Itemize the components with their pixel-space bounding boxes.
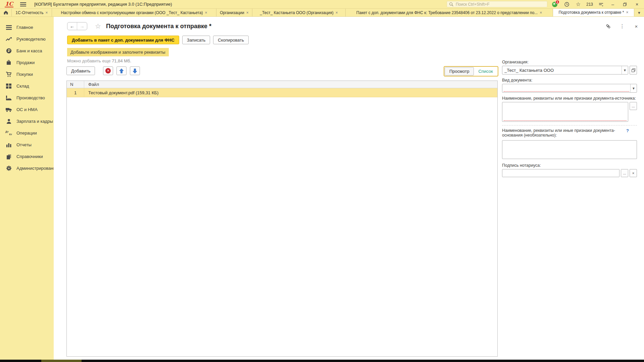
arrow-down-icon: [133, 68, 137, 73]
organization-input[interactable]: [502, 66, 622, 74]
tab-close-icon[interactable]: ×: [205, 10, 207, 15]
open-organization-button[interactable]: [630, 66, 637, 74]
source-document-field[interactable]: [502, 102, 628, 122]
1c-logo-icon: 1С: [5, 1, 13, 7]
document-kind-field[interactable]: ▼: [502, 84, 637, 93]
search-icon: [449, 2, 454, 7]
source-document-ellipsis-button[interactable]: ...: [630, 102, 637, 110]
organization-field[interactable]: ▼: [502, 66, 628, 74]
sidebar-item-warehouse[interactable]: Склад: [0, 80, 54, 92]
tab-close-icon[interactable]: ×: [336, 10, 338, 15]
source-document-textarea[interactable]: [502, 102, 628, 121]
forward-button[interactable]: →: [77, 22, 87, 30]
info-banner: Добавьте изображения и заполните реквизи…: [67, 48, 169, 56]
taskbar-strip: [0, 360, 644, 362]
tab-list-dropdown[interactable]: ▼: [634, 9, 644, 16]
notary-ellipsis-button[interactable]: ...: [621, 169, 628, 177]
view-preview-button[interactable]: Просмотр: [445, 67, 474, 75]
sidebar-item-production[interactable]: Производство: [0, 92, 54, 104]
help-icon[interactable]: ?: [626, 128, 629, 133]
table-row[interactable]: 1 Тестовый документ.pdf (159,31 КБ): [67, 88, 497, 97]
favorite-star-icon[interactable]: ☆: [95, 22, 101, 30]
tab-bar: 1С-Отчетность × Настройки обмена с контр…: [0, 9, 644, 17]
sidebar-item-salary-hr[interactable]: Зарплата и кадры: [0, 115, 54, 127]
close-window-button[interactable]: ×: [633, 1, 641, 8]
link-icon[interactable]: [605, 23, 611, 29]
chevron-down-icon[interactable]: ▼: [630, 84, 637, 92]
factory-icon: [5, 95, 12, 101]
gear-icon: [5, 165, 12, 171]
tab-close-icon[interactable]: ×: [246, 10, 249, 15]
base-document-label: Наименование, реквизиты или иные признак…: [502, 128, 622, 138]
sidebar-item-directories[interactable]: Справочники: [0, 151, 54, 162]
requisites-panel: Организация: ▼ Вид документа: ▼ Наименов: [502, 60, 637, 177]
sidebar-item-bank-cash[interactable]: Банк и касса: [0, 45, 54, 57]
view-list-button[interactable]: Список: [474, 67, 497, 75]
debit-credit-icon: ДтКт: [5, 130, 12, 136]
global-search[interactable]: [447, 1, 547, 7]
history-icon[interactable]: [563, 1, 570, 8]
copy-button[interactable]: Скопировать: [213, 36, 249, 44]
sidebar-item-sales[interactable]: Продажи: [0, 57, 54, 68]
base-document-textarea[interactable]: [502, 141, 637, 159]
sidebar-item-operations[interactable]: ДтКт Операции: [0, 127, 54, 139]
notary-signature-input[interactable]: [502, 169, 619, 177]
favorites-icon[interactable]: ☆: [575, 1, 582, 8]
notary-clear-button[interactable]: ×: [630, 169, 637, 177]
sidebar-item-os-nma[interactable]: ОС и НМА: [0, 104, 54, 115]
arrow-up-icon: [119, 68, 124, 73]
home-icon: [3, 10, 8, 15]
main-menu-icon[interactable]: [20, 2, 26, 6]
sidebar-item-administration[interactable]: Администрирование: [0, 162, 54, 174]
organization-label: Организация:: [502, 60, 637, 64]
shopping-bag-icon: [5, 60, 12, 66]
tab-organization-card[interactable]: _Тест_ Кастаньета ООО (Организация) ×: [252, 9, 346, 16]
column-header-n[interactable]: N: [67, 81, 84, 88]
service-menu-icon[interactable]: [598, 1, 604, 8]
tab-fns-package[interactable]: Пакет с доп. документами для ФНС к: Треб…: [346, 9, 553, 16]
source-document-label: Наименование, реквизиты или иные признак…: [502, 96, 637, 101]
close-form-icon[interactable]: ×: [633, 23, 639, 29]
file-list-panel: N Файл 1 Тестовый документ.pdf (159,31 К…: [66, 81, 498, 357]
sidebar-item-reports[interactable]: Отчеты: [0, 139, 54, 151]
tab-close-icon[interactable]: ×: [540, 10, 542, 15]
sidebar-item-main[interactable]: Главное: [0, 21, 54, 33]
chevron-down-icon[interactable]: ▼: [622, 66, 628, 74]
page-title: Подготовка документа к отправке *: [106, 23, 211, 30]
sidebar-item-purchases[interactable]: Покупки: [0, 68, 54, 80]
base-document-field[interactable]: [502, 140, 637, 159]
document-kind-label: Вид документа:: [502, 78, 637, 83]
section-divider: [502, 125, 637, 125]
history-counter: 213: [586, 2, 593, 7]
file-toolbar: Добавить ✕: [66, 66, 140, 75]
command-bar: Добавить в пакет с доп. документами для …: [67, 36, 249, 44]
add-file-button[interactable]: Добавить: [66, 66, 95, 75]
tab-close-icon[interactable]: ×: [626, 10, 629, 15]
tab-organizations[interactable]: Организации ×: [216, 9, 252, 16]
file-table-header: N Файл: [67, 81, 497, 88]
delete-file-button[interactable]: ✕: [103, 66, 113, 75]
back-button[interactable]: ←: [67, 22, 77, 30]
tab-document-preparation[interactable]: Подготовка документа к отправке * ×: [553, 9, 634, 16]
save-button[interactable]: Записать: [182, 36, 210, 44]
more-actions-icon[interactable]: ⋮: [619, 23, 625, 29]
tab-1c-reporting[interactable]: 1С-Отчетность ×: [12, 9, 52, 16]
row-file-cell: Тестовый документ.pdf (159,31 КБ): [84, 90, 497, 95]
notary-signature-field[interactable]: [502, 169, 620, 177]
move-up-button[interactable]: [116, 66, 127, 75]
required-field-underline: [504, 120, 627, 121]
delete-icon: ✕: [105, 68, 111, 73]
tab-exchange-settings[interactable]: Настройки обмена с контролирующими орган…: [52, 9, 216, 16]
notification-icon[interactable]: 1: [552, 1, 559, 8]
sidebar-item-manager[interactable]: Руководителю: [0, 33, 54, 45]
search-input[interactable]: [456, 2, 545, 7]
sidebar: Главное Руководителю Банк и касса Продаж…: [0, 17, 54, 360]
tab-close-icon[interactable]: ×: [46, 10, 48, 15]
minimize-button[interactable]: –: [609, 1, 616, 8]
ruble-circle-icon: [5, 48, 12, 54]
add-to-package-button[interactable]: Добавить в пакет с доп. документами для …: [67, 36, 179, 44]
restore-button[interactable]: [621, 1, 629, 8]
tab-home[interactable]: [0, 9, 12, 16]
move-down-button[interactable]: [130, 66, 140, 75]
column-header-file[interactable]: Файл: [84, 82, 497, 87]
